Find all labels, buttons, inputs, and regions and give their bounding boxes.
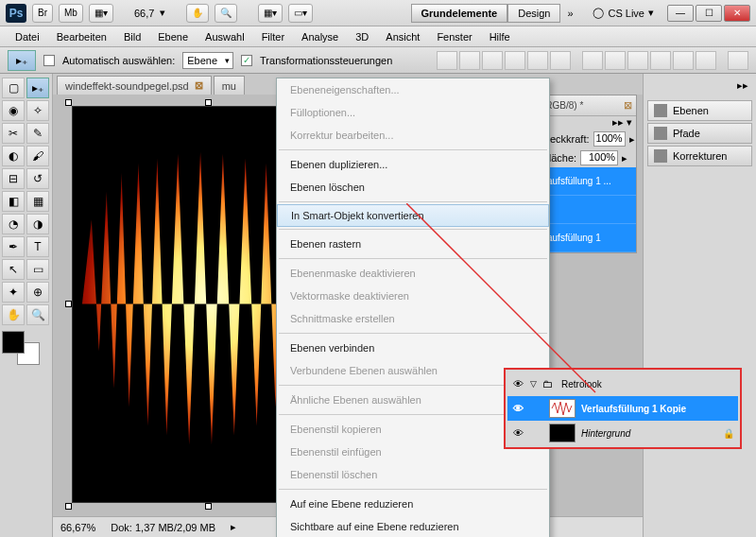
dodge-tool[interactable]: ◑ — [26, 214, 49, 234]
transform-controls-checkbox[interactable] — [241, 55, 252, 66]
align-button[interactable] — [482, 51, 503, 70]
hand-tool[interactable]: ✋ — [2, 304, 25, 325]
ctx-item[interactable]: Auf eine Ebene reduzieren — [277, 493, 549, 515]
zoom-dropdown-icon[interactable]: ▾ — [160, 7, 165, 19]
menu-analyse[interactable]: Analyse — [294, 29, 346, 44]
chevron-icon[interactable]: ▸ — [629, 133, 635, 146]
shape-tool[interactable]: ▭ — [26, 259, 49, 280]
gradient-tool[interactable]: ▦ — [26, 191, 49, 212]
wand-tool[interactable]: ✧ — [26, 100, 49, 121]
lasso-tool[interactable]: ◉ — [2, 100, 25, 121]
color-swatches[interactable] — [2, 331, 40, 365]
ctx-item[interactable]: Ebenen rastern — [277, 233, 549, 255]
workspace-design[interactable]: Design — [507, 4, 560, 23]
panel-collapse-icon[interactable]: ▸▸ ▾ — [539, 116, 636, 130]
eyedropper-tool[interactable]: ✎ — [26, 123, 49, 144]
align-button[interactable] — [505, 51, 525, 70]
cslive-button[interactable]: ◯ CS Live ▾ — [593, 7, 654, 19]
status-doc-size[interactable]: Dok: 1,37 MB/2,09 MB — [111, 522, 215, 533]
panel-pfade[interactable]: Pfade — [647, 123, 752, 144]
ctx-item[interactable]: Ebenen verbinden — [277, 337, 549, 359]
layer-row-selected[interactable]: 👁 Verlaufsfüllung 1 Kopie — [507, 396, 738, 421]
arrange-button[interactable]: ▦▾ — [258, 4, 283, 23]
hand-tool-button[interactable]: ✋ — [186, 4, 209, 23]
visibility-icon[interactable]: 👁 — [511, 403, 524, 414]
auto-select-dropdown[interactable]: Ebene — [182, 52, 233, 69]
visibility-icon[interactable]: 👁 — [511, 427, 524, 439]
distribute-button[interactable] — [673, 51, 694, 70]
3d-camera-tool[interactable]: ⊕ — [26, 282, 49, 303]
align-button[interactable] — [459, 51, 480, 70]
layer-row[interactable]: 2 — [539, 196, 636, 224]
menu-fenster[interactable]: Fenster — [429, 29, 479, 44]
window-close[interactable]: ✕ — [724, 5, 750, 22]
ctx-item[interactable]: Sichtbare auf eine Ebene reduzieren — [277, 515, 549, 537]
document-tab-2[interactable]: mu — [214, 76, 245, 95]
visibility-icon[interactable]: 👁 — [511, 378, 524, 390]
ctx-item[interactable]: In Smart-Objekt konvertieren — [277, 204, 549, 227]
ctx-item[interactable]: Ebenen löschen — [277, 176, 549, 199]
disclosure-icon[interactable]: ▽ — [530, 379, 537, 389]
distribute-button[interactable] — [650, 51, 671, 70]
layer-thumbnail[interactable] — [549, 399, 576, 418]
brush-tool[interactable]: 🖌 — [26, 146, 49, 166]
type-tool[interactable]: T — [26, 236, 49, 257]
auto-align-button[interactable] — [728, 51, 748, 70]
minibridge-button[interactable]: Mb — [59, 4, 83, 23]
menu-datei[interactable]: Datei — [8, 29, 47, 44]
path-select-tool[interactable]: ↖ — [2, 259, 25, 280]
stamp-tool[interactable]: ⊟ — [2, 168, 25, 189]
move-tool[interactable]: ▸₊ — [26, 78, 49, 98]
marquee-tool[interactable]: ▢ — [2, 78, 25, 98]
distribute-button[interactable] — [627, 51, 648, 70]
menu-ansicht[interactable]: Ansicht — [378, 29, 427, 44]
zoom-value[interactable]: 66,7 — [134, 8, 154, 19]
auto-select-checkbox[interactable] — [43, 55, 55, 66]
distribute-button[interactable] — [605, 51, 626, 70]
bridge-button[interactable]: Br — [32, 4, 53, 23]
menu-filter[interactable]: Filter — [254, 29, 292, 44]
panel-collapse-icon[interactable]: ▸▸ — [647, 79, 752, 98]
fg-color-swatch[interactable] — [2, 331, 25, 354]
ctx-item[interactable]: Ebenen duplizieren... — [277, 153, 549, 176]
distribute-button[interactable] — [696, 51, 716, 70]
close-tab-icon[interactable]: ⊠ — [195, 79, 203, 92]
opacity-input[interactable]: 100% — [593, 131, 626, 147]
status-arrow-icon[interactable]: ▸ — [231, 521, 236, 533]
menu-auswahl[interactable]: Auswahl — [198, 29, 252, 44]
workspace-more-icon[interactable]: » — [560, 4, 579, 23]
status-zoom[interactable]: 66,67% — [60, 522, 95, 533]
zoom-tool-button[interactable]: 🔍 — [215, 4, 237, 23]
menu-bearbeiten[interactable]: Bearbeiten — [49, 29, 114, 44]
panel-korrekturen[interactable]: Korrekturen — [647, 146, 752, 166]
menu-3d[interactable]: 3D — [348, 29, 376, 44]
view-extras-button[interactable]: ▦▾ — [89, 4, 113, 23]
fill-input[interactable]: 100% — [580, 150, 618, 165]
panel-ebenen[interactable]: Ebenen — [647, 100, 752, 121]
move-tool-indicator[interactable]: ▸₊ — [8, 50, 36, 71]
menu-hilfe[interactable]: Hilfe — [482, 29, 518, 44]
window-maximize[interactable]: ☐ — [696, 5, 722, 22]
pen-tool[interactable]: ✒ — [2, 236, 25, 257]
layer-thumbnail[interactable] — [549, 424, 576, 442]
healing-tool[interactable]: ◐ — [2, 146, 25, 166]
screenmode-button[interactable]: ▭▾ — [288, 4, 313, 23]
document-tab-1[interactable]: windeffekt-soundpegel.psd ⊠ — [57, 76, 212, 95]
zoom-tool[interactable]: 🔍 — [26, 304, 49, 325]
distribute-button[interactable] — [582, 51, 603, 70]
menu-bild[interactable]: Bild — [116, 29, 148, 44]
chevron-icon[interactable]: ▸ — [622, 152, 627, 165]
close-tab-icon[interactable]: ⊠ — [624, 99, 632, 112]
align-button[interactable] — [437, 51, 457, 70]
history-brush-tool[interactable]: ↺ — [26, 168, 49, 189]
layer-group-row[interactable]: 👁 ▽ 🗀 Retrolook — [507, 372, 738, 396]
layer-row[interactable]: ·laufsfüllung 1 — [539, 224, 636, 252]
eraser-tool[interactable]: ◧ — [2, 191, 25, 212]
crop-tool[interactable]: ✂ — [2, 123, 25, 144]
layer-row[interactable]: ·laufsfüllung 1 ... — [539, 167, 636, 196]
layer-row-bg[interactable]: 👁 Hintergrund 🔒 — [507, 421, 738, 445]
align-button[interactable] — [550, 51, 571, 70]
window-minimize[interactable]: — — [667, 5, 694, 22]
3d-tool[interactable]: ✦ — [2, 282, 25, 303]
align-button[interactable] — [527, 51, 548, 70]
